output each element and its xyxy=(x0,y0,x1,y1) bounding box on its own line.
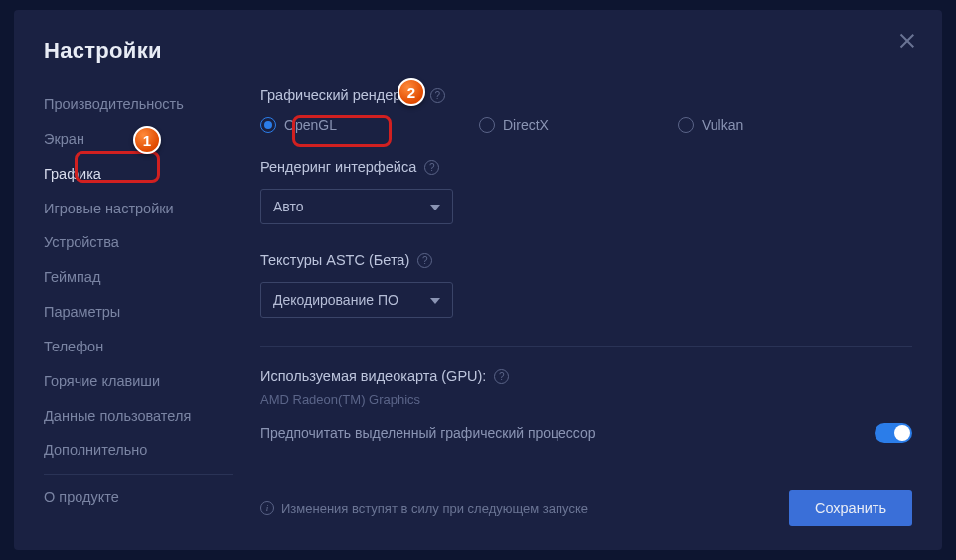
sidebar-item-devices[interactable]: Устройства xyxy=(44,225,233,260)
sidebar-item-phone[interactable]: Телефон xyxy=(44,330,233,364)
select-value: Декодирование ПО xyxy=(273,292,398,308)
modal-title: Настройки xyxy=(44,38,912,64)
settings-modal: Настройки Производительность Экран Графи… xyxy=(14,10,942,550)
sidebar-item-performance[interactable]: Производительность xyxy=(44,87,233,122)
interface-title-text: Рендеринг интерфейса xyxy=(260,159,416,175)
gpu-name: AMD Radeon(TM) Graphics xyxy=(260,392,912,407)
astc-select[interactable]: Декодирование ПО xyxy=(260,282,453,318)
radio-icon xyxy=(260,117,276,133)
annotation-badge-1: 1 xyxy=(133,126,161,154)
content-divider xyxy=(260,346,912,347)
close-icon[interactable] xyxy=(898,32,916,50)
sidebar-item-parameters[interactable]: Параметры xyxy=(44,295,233,330)
radio-vulkan[interactable]: Vulkan xyxy=(678,117,743,133)
restart-notice: i Изменения вступят в силу при следующем… xyxy=(260,501,588,516)
astc-title: Текстуры ASTC (Бета) ? xyxy=(260,252,912,268)
sidebar-item-hotkeys[interactable]: Горячие клавиши xyxy=(44,364,233,399)
gpu-toggle-row: Предпочитать выделенный графический проц… xyxy=(260,423,912,443)
help-icon[interactable]: ? xyxy=(424,160,439,175)
footer: i Изменения вступят в силу при следующем… xyxy=(260,473,912,526)
save-button[interactable]: Сохранить xyxy=(789,490,912,526)
sidebar-item-user-data[interactable]: Данные пользователя xyxy=(44,399,233,434)
sidebar-item-additional[interactable]: Дополнительно xyxy=(44,433,233,468)
help-icon[interactable]: ? xyxy=(430,88,445,103)
radio-label: OpenGL xyxy=(284,117,337,133)
notice-text: Изменения вступят в силу при следующем з… xyxy=(281,501,588,516)
astc-title-text: Текстуры ASTC (Бета) xyxy=(260,252,409,268)
radio-icon xyxy=(479,117,495,133)
sidebar-item-game-settings[interactable]: Игровые настройки xyxy=(44,192,233,226)
select-value: Авто xyxy=(273,199,304,214)
sidebar-item-gamepad[interactable]: Геймпад xyxy=(44,260,233,295)
radio-opengl[interactable]: OpenGL xyxy=(260,117,479,133)
sidebar-item-about[interactable]: О продукте xyxy=(44,481,233,515)
gpu-toggle-label: Предпочитать выделенный графический проц… xyxy=(260,425,595,441)
radio-label: Vulkan xyxy=(702,117,743,133)
radio-icon xyxy=(678,117,694,133)
sidebar-divider xyxy=(44,474,233,475)
gpu-title-text: Используемая видеокарта (GPU): xyxy=(260,368,486,384)
rendering-options: OpenGL DirectX Vulkan xyxy=(260,117,912,133)
sidebar: Производительность Экран Графика Игровые… xyxy=(44,87,233,526)
help-icon[interactable]: ? xyxy=(417,253,432,268)
interface-title: Рендеринг интерфейса ? xyxy=(260,159,912,175)
info-icon: i xyxy=(260,501,274,515)
content-panel: Графический рендеринг ? OpenGL DirectX V… xyxy=(260,87,912,526)
gpu-toggle[interactable] xyxy=(875,423,912,443)
help-icon[interactable]: ? xyxy=(494,369,509,384)
annotation-badge-2: 2 xyxy=(398,78,425,106)
radio-label: DirectX xyxy=(503,117,549,133)
rendering-title: Графический рендеринг ? xyxy=(260,87,912,103)
interface-select[interactable]: Авто xyxy=(260,189,453,224)
radio-directx[interactable]: DirectX xyxy=(479,117,678,133)
sidebar-item-graphics[interactable]: Графика xyxy=(44,157,233,192)
gpu-title: Используемая видеокарта (GPU): ? xyxy=(260,368,912,384)
